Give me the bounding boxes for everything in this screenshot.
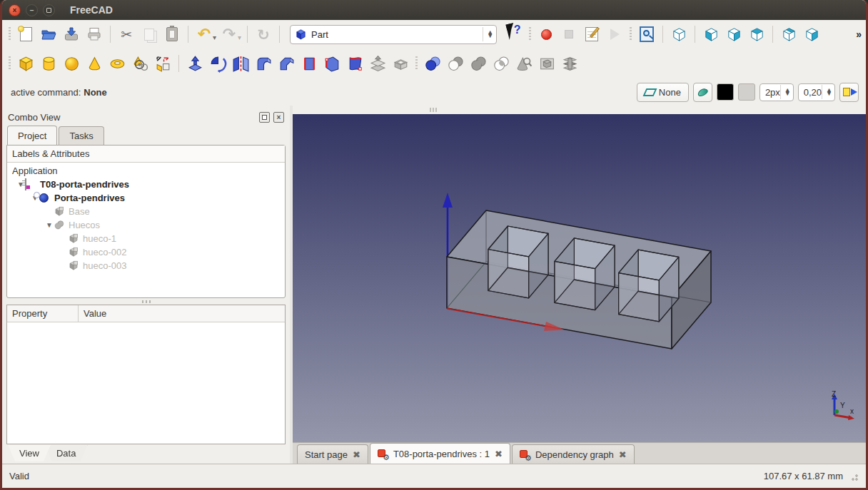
tab-start-page[interactable]: Start page ✖ [297,444,368,464]
part-cylinder-button[interactable] [37,53,60,74]
macro-stop-button[interactable] [557,24,580,45]
new-file-button[interactable] [14,24,37,45]
construction-mode-button[interactable] [693,83,712,102]
part-fillet-button[interactable] [252,53,275,74]
tab-dependency-graph[interactable]: ⚙ Dependency graph ✖ [512,444,635,464]
save-icon [63,26,80,43]
tab-document[interactable]: ⚙ T08-porta-pendrives : 1 ✖ [370,443,510,464]
whats-this-button[interactable]: ? [503,24,525,45]
refresh-button[interactable]: ↻ [252,24,275,45]
panel-splitter[interactable] [2,298,290,305]
workbench-spinner[interactable]: ▲▼ [483,27,493,41]
part-cone-button[interactable] [83,53,106,74]
open-file-button[interactable] [37,24,60,45]
part-boolean-button[interactable] [421,53,444,74]
expand-arrow-icon[interactable]: ▼ [45,221,54,229]
scale-spinner[interactable]: ▲▼ [822,85,832,99]
line-width-spinner[interactable]: ▲▼ [780,85,791,99]
titlebar[interactable]: × – FreeCAD [2,0,866,20]
view-axonometric-button[interactable] [667,24,690,45]
tree-item-hueco-003[interactable]: hueco-003 [7,259,285,272]
part-chamfer-button[interactable] [275,53,298,74]
part-cut-button[interactable] [444,53,467,74]
window-minimize-button[interactable]: – [26,4,38,16]
window-close-button[interactable]: × [9,4,21,16]
cross-sections-icon [561,55,579,73]
part-box-button[interactable] [14,53,37,74]
scale-spinbox[interactable]: 0,20 ▲▼ [798,83,835,101]
undo-button[interactable]: ↶ [193,24,216,45]
toolbar-drag-handle[interactable] [9,56,11,71]
part-crosssections-button[interactable] [558,53,581,74]
part-makeface-button[interactable] [298,53,321,74]
macro-edit-button[interactable] [580,24,603,45]
tab-tasks[interactable]: Tasks [59,126,104,145]
toolbar-drag-handle[interactable] [529,27,531,41]
view-top-button[interactable] [745,24,768,45]
workbench-selector[interactable]: Part ▲▼ [290,25,497,44]
part-thickness-button[interactable] [389,53,412,74]
working-plane-button[interactable]: None [637,83,689,102]
part-extrude-button[interactable] [183,53,206,74]
tree-item-document[interactable]: ▼ T08-porta-pendrives [7,178,285,191]
part-loft-button[interactable] [343,53,366,74]
tree-item-huecos[interactable]: ▼ Huecos [7,218,285,232]
print-button[interactable] [83,24,106,45]
float-icon [262,115,267,120]
macro-play-button[interactable] [603,24,626,45]
model-tree[interactable]: Application ▼ T08-porta-pendrives ▼ Port… [7,163,285,297]
line-width-spinbox[interactable]: 2px ▲▼ [760,83,794,101]
part-checkgeometry-button[interactable] [513,53,535,74]
active-command-label: active command:None [11,87,107,98]
part-defeaturing-button[interactable] [535,53,558,74]
tree-item-hueco-1[interactable]: hueco-1 [7,232,285,245]
expand-arrow-icon[interactable]: ▼ [16,180,25,188]
3d-viewport[interactable]: Z Y x [293,114,866,442]
macro-record-button[interactable] [535,24,557,45]
part-sphere-button[interactable] [60,53,83,74]
part-ruledsurface-button[interactable] [321,53,343,74]
maximize-icon [46,8,51,13]
tab-view[interactable]: View [8,445,51,461]
part-offset-button[interactable] [366,53,389,74]
line-color-swatch[interactable] [717,83,734,101]
autogroup-button[interactable] [839,83,859,102]
part-intersection-button[interactable] [490,53,513,74]
part-primitives-button[interactable] [128,53,151,74]
tree-item-application[interactable]: Application [7,164,285,178]
splitter-handle[interactable] [430,108,437,112]
tree-item-base[interactable]: Base [7,205,285,218]
redo-button[interactable]: ↷ [218,24,241,45]
close-tab-icon[interactable]: ✖ [353,449,360,460]
fit-all-button[interactable] [635,24,658,45]
toolbar-drag-handle[interactable] [415,56,418,71]
part-mirror-button[interactable] [229,53,252,74]
tree-item-cut-feature[interactable]: ▼ Porta-pendrives [7,191,285,205]
tab-data[interactable]: Data [45,445,87,461]
close-tab-icon[interactable]: ✖ [619,449,627,460]
tree-item-hueco-002[interactable]: hueco-002 [7,245,285,259]
save-button[interactable] [60,24,83,45]
part-torus-button[interactable] [106,53,128,74]
paste-button[interactable] [161,24,183,45]
view-back-button[interactable] [722,24,745,45]
toolbar-overflow-button[interactable]: » [856,29,862,40]
part-shapebuilder-button[interactable] [151,53,174,74]
close-tab-icon[interactable]: ✖ [495,449,503,459]
close-panel-button[interactable]: × [273,112,284,123]
view-right-button[interactable] [777,24,800,45]
toolbar-drag-handle[interactable] [9,27,11,41]
view-front-button[interactable] [700,24,722,45]
tab-project[interactable]: Project [7,126,57,145]
face-color-swatch[interactable] [738,83,755,101]
view-left-button[interactable] [800,24,823,45]
copy-button[interactable] [138,24,161,45]
part-revolve-button[interactable] [206,53,229,74]
part-union-button[interactable] [467,53,490,74]
window-maximize-button[interactable] [43,4,55,16]
resize-grip[interactable] [849,471,859,481]
toolbar-drag-handle[interactable] [630,27,632,41]
cut-button[interactable]: ✂ [115,24,138,45]
float-panel-button[interactable] [259,112,270,123]
property-table-body[interactable] [7,322,285,444]
